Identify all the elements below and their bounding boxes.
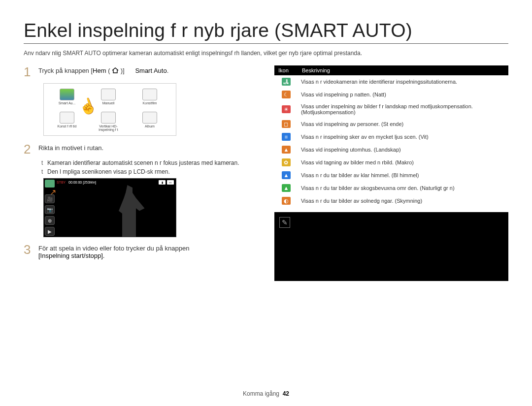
scene-icon: 🏞 xyxy=(282,78,291,86)
scene-desc: Visas n r du tar bilder av solnedg ngar.… xyxy=(298,194,508,207)
step2-bullet: Den l mpliga scenikonen visas p LCD-sk r… xyxy=(41,168,263,175)
step1-pre: Tryck på knappen [ xyxy=(38,67,93,74)
footer-page: 42 xyxy=(283,390,289,397)
step3-text-b: [Inspelning start/stopp]. xyxy=(38,252,104,259)
scene-icon-table: Ikon Beskrivning 🏞Visas n r videokameran… xyxy=(274,65,508,207)
table-row: ◻Visas vid inspelning av personer. (St e… xyxy=(274,118,508,130)
scene-desc: Visas n r du tar bilder av klar himmel. … xyxy=(298,169,508,182)
table-row: ☀Visas under inspelning av bilder f r la… xyxy=(274,101,508,118)
step-2: 2 Rikta in motivet i rutan. xyxy=(24,143,263,156)
golfer-silhouette xyxy=(112,185,146,237)
paren-open: ( xyxy=(108,67,110,74)
table-row: ▲Visas n r du tar bilder av klar himmel.… xyxy=(274,169,508,182)
home-icon xyxy=(112,67,119,75)
scene-desc: Visas vid tagning av bilder med n rbild.… xyxy=(298,156,508,169)
scene-icon: ◐ xyxy=(282,197,291,205)
table-row: ◐Visas n r du tar bilder av solnedg ngar… xyxy=(274,194,508,207)
scene-desc: Visas vid inspelning av personer. (St en… xyxy=(298,118,508,130)
card-icon: ▭ xyxy=(167,180,174,185)
home-tile: Vertikal HD-inspelning f t xyxy=(93,112,124,131)
table-row: ▲Visas n r du tar bilder av skogsbevuxna… xyxy=(274,182,508,194)
scene-icon: ≡ xyxy=(282,133,291,141)
scene-desc: Visas under inspelning av bilder f r lan… xyxy=(298,101,508,118)
step1-smart: Smart Auto xyxy=(135,67,166,74)
step-number: 2 xyxy=(24,143,33,156)
table-row: 🏞Visas n r videokameran inte identifiera… xyxy=(274,75,508,88)
paren-close: )] xyxy=(121,67,125,74)
step-number: 3 xyxy=(24,243,33,256)
home-tile: Konstfilm xyxy=(134,89,165,105)
scene-icon: ☀ xyxy=(282,105,291,113)
step2-bullet: Kameran identifierar automatiskt scenen … xyxy=(41,159,263,166)
home-tile: Album xyxy=(134,112,165,131)
note-block: ✎ xyxy=(274,212,508,281)
intro-text: Anv ndarv nlig SMART AUTO optimerar kame… xyxy=(24,50,508,57)
table-row: ▲Visas vid inspelning utomhus. (Landskap… xyxy=(274,143,508,156)
scene-icon: ▲ xyxy=(282,184,291,192)
scene-icon: ◻ xyxy=(282,120,291,128)
page-title: Enkel inspelning f r nyb rjare (SMART AU… xyxy=(24,20,508,44)
table-row: ✿Visas vid tagning av bilder med n rbild… xyxy=(274,156,508,169)
step2-text: Rikta in motivet i rutan. xyxy=(38,143,103,152)
scene-icon: ☾ xyxy=(282,91,291,98)
camera-home-screen: Smart Au...ManuellKonstfilmKonst f rfl t… xyxy=(43,83,176,136)
note-icon: ✎ xyxy=(279,217,290,228)
table-header-beskrivning: Beskrivning xyxy=(298,65,508,75)
scene-desc: Visas n r inspelning sker av en mycket l… xyxy=(298,130,508,143)
scene-desc: Visas vid inspelning utomhus. (Landskap) xyxy=(298,143,508,156)
step-3: 3 För att spela in video eller foto tryc… xyxy=(24,243,263,259)
scene-icon: ▲ xyxy=(282,146,291,154)
scene-icon: ▲ xyxy=(282,171,291,179)
camera-lcd-preview: STBY 00:00:00 [253Min] ↗ 🎥 📷 ⊕ ▶ ▮ ▭ xyxy=(43,178,176,237)
home-tile: Manuell xyxy=(93,89,124,105)
footer-section: Komma igång xyxy=(243,390,279,397)
home-tile: Konst f rfl tid xyxy=(52,112,82,131)
table-header-ikon: Ikon xyxy=(274,65,298,75)
time-label: 00:00:00 [253Min] xyxy=(68,181,96,184)
step-1: 1 Tryck på knappen [Hem ( )] Smart Auto. xyxy=(24,65,263,78)
step1-home: Hem xyxy=(93,67,106,74)
mode-video-icon: 🎥 xyxy=(45,194,55,203)
battery-icon: ▮ xyxy=(159,180,166,185)
scene-desc: Visas vid inspelning p natten. (Natt) xyxy=(298,88,508,101)
scene-icon: ✿ xyxy=(282,158,291,166)
page-footer: Komma igång 42 xyxy=(0,390,532,397)
table-row: ≡Visas n r inspelning sker av en mycket … xyxy=(274,130,508,143)
scene-desc: Visas n r du tar bilder av skogsbevuxna … xyxy=(298,182,508,194)
step3-text-a: För att spela in video eller foto trycke… xyxy=(38,245,189,252)
stby-label: STBY xyxy=(57,181,66,184)
mode-photo-icon: 📷 xyxy=(45,205,55,214)
preview-thumb xyxy=(45,180,55,187)
table-row: ☾Visas vid inspelning p natten. (Natt) xyxy=(274,88,508,101)
zoom-icon: ⊕ xyxy=(45,216,55,225)
scene-desc: Visas n r videokameran inte identifierar… xyxy=(298,75,508,88)
step-number: 1 xyxy=(24,65,33,78)
step1-dot: . xyxy=(167,67,169,74)
play-icon: ▶ xyxy=(45,227,55,236)
